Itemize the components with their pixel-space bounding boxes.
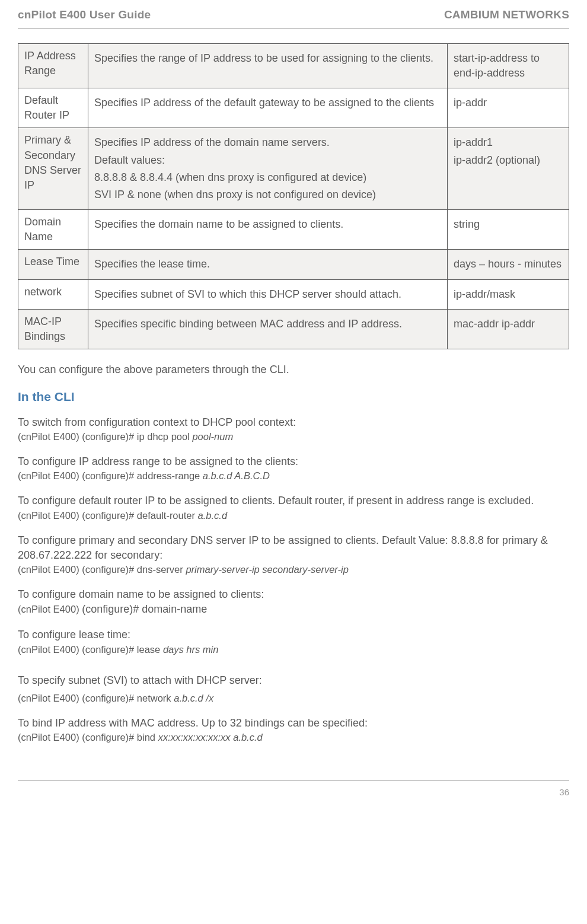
cli-section-heading: In the CLI xyxy=(18,388,569,405)
table-row: Default Router IPSpecifies IP address of… xyxy=(18,88,569,128)
param-desc-line: Specifies the range of IP address to be … xyxy=(94,51,441,66)
page-footer: 36 xyxy=(18,780,569,798)
cli-command-text: (cnPilot E400) (configure)# default-rout… xyxy=(18,509,569,522)
cli-command-text: (cnPilot E400) (configure)# network a.b.… xyxy=(18,692,569,705)
cli-block: To configure domain name to be assigned … xyxy=(18,587,569,617)
param-desc-line: Default values: xyxy=(94,153,441,168)
cli-command-variable: a.b.c.d xyxy=(198,510,228,521)
cli-block: To specify subnet (SVI) to attach with D… xyxy=(18,673,569,705)
param-value-cell: ip-addr/mask xyxy=(448,279,569,309)
param-value-line: ip-addr2 (optional) xyxy=(454,153,563,168)
param-name-cell: Primary & Secondary DNS Server IP xyxy=(18,128,88,210)
cli-intro-text: To configure domain name to be assigned … xyxy=(18,587,569,602)
cli-block: To configure lease time:(cnPilot E400) (… xyxy=(18,627,569,656)
cli-block: To switch from configuration context to … xyxy=(18,415,569,444)
param-desc-cell: Specifies the domain name to be assigned… xyxy=(88,210,448,250)
cli-command-text: (cnPilot E400) (configure)# address-rang… xyxy=(18,469,569,483)
param-value-cell: start-ip-address to end-ip-address xyxy=(448,43,569,88)
param-name-cell: network xyxy=(18,279,88,309)
cli-intro-text: To configure primary and secondary DNS s… xyxy=(18,533,569,563)
cli-command-variable: a.b.c.d /x xyxy=(174,693,213,703)
cli-command-prefix: (cnPilot E400) (configure)# default-rout… xyxy=(18,510,198,521)
cli-intro-text: To configure default router IP to be ass… xyxy=(18,493,569,508)
param-desc-cell: Specifies IP address of the default gate… xyxy=(88,88,448,128)
parameters-table: IP Address RangeSpecifies the range of I… xyxy=(18,43,569,350)
header-title-right: CAMBIUM NETWORKS xyxy=(444,7,569,23)
param-value-line: string xyxy=(454,217,563,232)
cli-intro-text: To configure lease time: xyxy=(18,627,569,642)
param-value-line: ip-addr1 xyxy=(454,135,563,150)
param-desc-cell: Specifies the lease time. xyxy=(88,250,448,279)
page-number: 36 xyxy=(559,787,569,797)
cli-block: To bind IP address with MAC address. Up … xyxy=(18,716,569,744)
table-row: IP Address RangeSpecifies the range of I… xyxy=(18,43,569,88)
table-row: networkSpecifies subnet of SVI to which … xyxy=(18,279,569,309)
param-desc-line: 8.8.8.8 & 8.8.4.4 (when dns proxy is con… xyxy=(94,170,441,185)
param-name-cell: Lease Time xyxy=(18,250,88,279)
cli-command-text: (cnPilot E400) (configure)# bind xx:xx:x… xyxy=(18,731,569,744)
cli-intro-text: To configure IP address range to be assi… xyxy=(18,454,569,469)
cli-command-prefix: (cnPilot E400) (configure)# network xyxy=(18,693,174,703)
param-desc-line: Specifies specific binding between MAC a… xyxy=(94,317,441,332)
cli-block: To configure default router IP to be ass… xyxy=(18,493,569,522)
param-value-cell: mac-addr ip-addr xyxy=(448,309,569,349)
param-value-cell: ip-addr xyxy=(448,88,569,128)
param-desc-line: Specifies IP address of the default gate… xyxy=(94,95,441,110)
param-value-line: ip-addr xyxy=(454,95,563,110)
param-name-cell: IP Address Range xyxy=(18,43,88,88)
cli-command-text: (cnPilot E400) (configure)# lease days h… xyxy=(18,643,569,657)
cli-intro-text: To switch from configuration context to … xyxy=(18,415,569,430)
param-name-cell: Domain Name xyxy=(18,210,88,250)
table-row: Lease TimeSpecifies the lease time.days … xyxy=(18,250,569,279)
cli-command-variable: pool-num xyxy=(192,431,233,442)
cli-block: To configure primary and secondary DNS s… xyxy=(18,533,569,576)
param-value-line: start-ip-address to end-ip-address xyxy=(454,51,563,81)
param-desc-line: SVI IP & none (when dns proxy is not con… xyxy=(94,187,441,202)
param-desc-line: Specifies subnet of SVI to which this DH… xyxy=(94,287,441,302)
table-row: Primary & Secondary DNS Server IPSpecifi… xyxy=(18,128,569,210)
page-content: IP Address RangeSpecifies the range of I… xyxy=(18,29,569,745)
param-desc-cell: Specifies subnet of SVI to which this DH… xyxy=(88,279,448,309)
cli-command-list-extra: To specify subnet (SVI) to attach with D… xyxy=(18,673,569,745)
cli-command-prefix: (cnPilot E400) (configure)# lease xyxy=(18,644,163,655)
param-name-cell: MAC-IP Bindings xyxy=(18,309,88,349)
cli-command-prefix: (cnPilot E400) xyxy=(18,604,82,614)
cli-command-variable: days hrs min xyxy=(163,644,219,655)
param-desc-cell: Specifies IP address of the domain name … xyxy=(88,128,448,210)
cli-command-prefix: (cnPilot E400) (configure)# ip dhcp pool xyxy=(18,431,192,442)
cli-command-prefix: (cnPilot E400) (configure)# bind xyxy=(18,732,158,743)
cli-command-list: To switch from configuration context to … xyxy=(18,415,569,657)
cli-command-text: (cnPilot E400) (configure)# dns-server p… xyxy=(18,563,569,576)
param-desc-cell: Specifies the range of IP address to be … xyxy=(88,43,448,88)
cli-intro-text: To specify subnet (SVI) to attach with D… xyxy=(18,673,569,688)
table-row: Domain NameSpecifies the domain name to … xyxy=(18,210,569,250)
param-value-cell: string xyxy=(448,210,569,250)
after-table-paragraph: You can configure the above parameters t… xyxy=(18,362,569,377)
cli-command-variable: xx:xx:xx:xx:xx:xx a.b.c.d xyxy=(158,732,263,743)
header-title-left: cnPilot E400 User Guide xyxy=(18,7,151,23)
cli-intro-text: To bind IP address with MAC address. Up … xyxy=(18,716,569,731)
param-desc-line: Specifies the lease time. xyxy=(94,257,441,272)
cli-command-prefix: (cnPilot E400) (configure)# address-rang… xyxy=(18,470,203,481)
param-value-line: days – hours - minutes xyxy=(454,257,563,272)
cli-command-variable: a.b.c.d A.B.C.D xyxy=(203,470,270,481)
param-value-line: ip-addr/mask xyxy=(454,287,563,302)
param-name-cell: Default Router IP xyxy=(18,88,88,128)
param-desc-line: Specifies IP address of the domain name … xyxy=(94,135,441,150)
table-row: MAC-IP BindingsSpecifies specific bindin… xyxy=(18,309,569,349)
cli-command-text: (cnPilot E400) (configure)# ip dhcp pool… xyxy=(18,430,569,444)
cli-block: To configure IP address range to be assi… xyxy=(18,454,569,483)
param-value-cell: ip-addr1ip-addr2 (optional) xyxy=(448,128,569,210)
cli-command-suffix: (configure)# domain-name xyxy=(82,603,207,615)
param-value-line: mac-addr ip-addr xyxy=(454,317,563,332)
cli-command-variable: primary-server-ip secondary-server-ip xyxy=(186,564,348,575)
param-desc-line: Specifies the domain name to be assigned… xyxy=(94,217,441,232)
cli-command-prefix: (cnPilot E400) (configure)# dns-server xyxy=(18,564,186,575)
param-value-cell: days – hours - minutes xyxy=(448,250,569,279)
page-header: cnPilot E400 User Guide CAMBIUM NETWORKS xyxy=(18,0,569,29)
param-desc-cell: Specifies specific binding between MAC a… xyxy=(88,309,448,349)
cli-command-text: (cnPilot E400) (configure)# domain-name xyxy=(18,602,569,617)
